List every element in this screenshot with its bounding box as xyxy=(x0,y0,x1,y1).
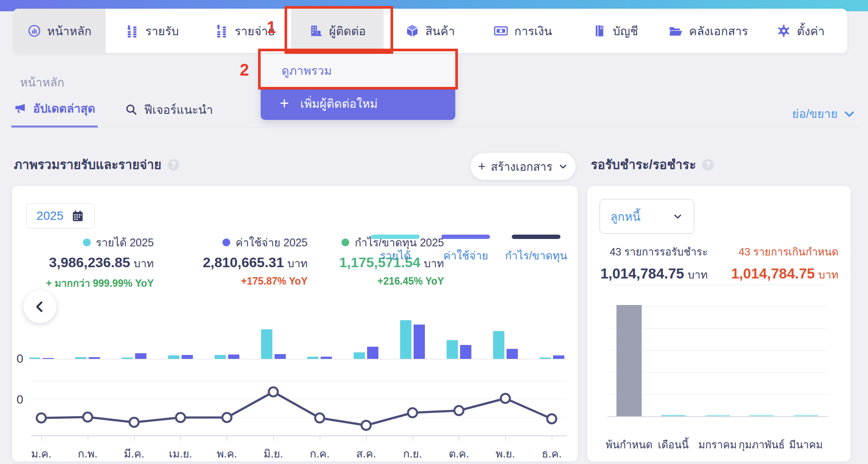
month-label: ต.ค. xyxy=(449,445,469,462)
nav-item-label: ผู้ติดต่อ xyxy=(329,22,366,40)
month-label: ก.ค. xyxy=(310,445,330,462)
category-label: กุมภาพันธ์ xyxy=(739,436,785,453)
category-label: มกราคม xyxy=(698,436,737,453)
month-label: ก.พ. xyxy=(78,445,98,462)
menu-item-label: ดูภาพรวม xyxy=(282,61,332,80)
income-icon xyxy=(125,24,139,38)
chart-bar xyxy=(400,320,411,359)
nav-item-accounting[interactable]: บัญชี xyxy=(569,9,662,53)
menu-item-view-overview[interactable]: ดูภาพรวม xyxy=(261,54,455,87)
nav-item-home[interactable]: หน้าหลัก xyxy=(13,9,106,53)
category-label: มีนาคม xyxy=(789,436,823,453)
plus-icon: + xyxy=(280,96,289,111)
menu-item-label: เพิ่มผู้ติดต่อใหม่ xyxy=(300,94,378,113)
month-label: มี.ค. xyxy=(124,445,144,462)
chart-bar xyxy=(367,347,378,359)
chevron-down-icon xyxy=(558,161,568,172)
create-document-button[interactable]: + สร้างเอกสาร xyxy=(470,153,576,180)
bar-axis-zero-label: 0 xyxy=(17,352,23,366)
month-label: พ.ย. xyxy=(496,445,515,462)
axis-tick xyxy=(413,436,413,441)
settings-icon xyxy=(777,24,791,38)
annotation-step2-number: 2 xyxy=(240,61,249,80)
tab-latest-updates[interactable]: อัปเดตล่าสุด xyxy=(11,99,98,128)
plus-icon: + xyxy=(478,160,486,173)
nav-item-label: คลังเอกสาร xyxy=(689,22,748,40)
receivables-axis-line xyxy=(607,416,828,417)
chart-bar xyxy=(135,353,146,359)
month-label: มิ.ย. xyxy=(264,445,283,462)
nav-item-products[interactable]: สินค้า xyxy=(384,9,476,53)
chart-bar xyxy=(661,415,686,416)
nav-item-label: ตั้งค่า xyxy=(797,22,825,40)
contacts-dropdown-menu: ดูภาพรวม + เพิ่มผู้ติดต่อใหม่ xyxy=(261,54,455,120)
breadcrumb: หน้าหลัก xyxy=(20,73,64,92)
chart-bar xyxy=(616,305,642,416)
search-icon xyxy=(125,103,138,116)
axis-tick xyxy=(552,436,552,441)
collapse-expand-label: ย่อ/ขยาย xyxy=(792,104,838,123)
nav-item-contacts[interactable]: ผู้ติดต่อ xyxy=(291,9,384,53)
chevron-left-icon xyxy=(33,299,47,314)
nav-item-expense[interactable]: รายจ่าย xyxy=(199,9,291,53)
category-label: เดือนนี้ xyxy=(658,436,689,453)
receivables-bar-plot xyxy=(587,186,851,416)
nav-item-label: รายรับ xyxy=(145,22,179,40)
tab-recommended-features[interactable]: ฟีเจอร์แนะนำ xyxy=(122,99,215,128)
axis-tick xyxy=(41,436,42,441)
chart-bar xyxy=(228,355,239,359)
dashboard-icon xyxy=(27,24,41,38)
contacts-icon xyxy=(309,24,323,38)
documents-icon xyxy=(668,24,683,38)
collapse-expand-toggle[interactable]: ย่อ/ขยาย xyxy=(792,104,856,123)
axis-tick xyxy=(88,436,88,441)
axis-tick xyxy=(134,436,135,441)
main-nav: หน้าหลัก รายรับ รายจ่าย ผู้ติดต่อ สินค้า… xyxy=(13,9,847,53)
month-label: ธ.ค. xyxy=(542,445,562,462)
header-divider xyxy=(11,127,861,127)
month-label: พ.ค. xyxy=(217,445,237,462)
chart-bar xyxy=(749,415,774,416)
nav-item-finance[interactable]: การเงิน xyxy=(477,9,569,53)
month-label: ส.ค. xyxy=(356,445,376,462)
profit-line-plot xyxy=(12,373,578,442)
chart-bar xyxy=(447,340,458,359)
axis-tick xyxy=(366,436,367,441)
tab-label: อัปเดตล่าสุด xyxy=(33,99,95,118)
annotation-step1-number: 1 xyxy=(267,18,276,37)
nav-item-label: หน้าหลัก xyxy=(47,22,92,40)
section-title: รอรับชำระ/รอชำระ xyxy=(591,155,696,175)
menu-item-add-contact[interactable]: + เพิ่มผู้ติดต่อใหม่ xyxy=(261,87,455,120)
chart-bar xyxy=(168,355,179,359)
megaphone-icon xyxy=(14,102,27,115)
axis-tick xyxy=(505,436,506,441)
finance-icon xyxy=(494,24,508,38)
help-icon[interactable]: ? xyxy=(168,159,179,171)
revenue-expense-bar-plot xyxy=(12,186,578,359)
nav-item-settings[interactable]: ตั้งค่า xyxy=(755,9,847,53)
products-icon xyxy=(405,24,419,38)
month-label: เม.ย. xyxy=(169,445,192,462)
overview-section-header: ภาพรวมรายรับและรายจ่าย ? xyxy=(14,155,179,175)
chevron-down-icon xyxy=(843,107,856,120)
axis-tick xyxy=(180,436,181,441)
nav-item-documents[interactable]: คลังเอกสาร xyxy=(662,9,754,53)
category-label: พ้นกำหนด xyxy=(606,436,653,453)
nav-item-label: บัญชี xyxy=(613,22,638,40)
chart-bar xyxy=(275,354,286,359)
chart-bar xyxy=(507,349,518,359)
nav-item-income[interactable]: รายรับ xyxy=(106,9,198,53)
accounting-icon xyxy=(593,24,606,38)
chart-bar xyxy=(354,352,365,359)
nav-item-label: การเงิน xyxy=(514,22,552,40)
expense-icon xyxy=(215,24,229,38)
chart-bar xyxy=(182,355,193,359)
page-tabs: อัปเดตล่าสุด ฟีเจอร์แนะนำ xyxy=(11,99,215,128)
help-icon[interactable]: ? xyxy=(702,159,714,171)
chart-prev-button[interactable] xyxy=(23,290,56,323)
chart-bar xyxy=(794,415,818,416)
chart-bar xyxy=(261,329,272,359)
overview-chart-card: 2025 รายได้ 2025 3,986,236.85บาท + มากกว… xyxy=(12,186,578,461)
chart-bar xyxy=(553,355,564,359)
tab-label: ฟีเจอร์แนะนำ xyxy=(144,100,213,119)
